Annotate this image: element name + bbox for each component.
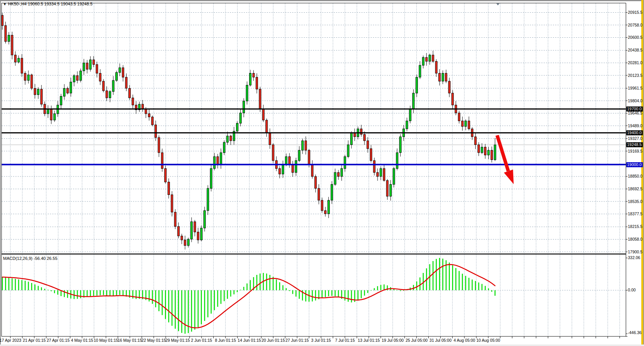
candle-up — [63, 88, 65, 96]
candle-up — [109, 91, 111, 98]
candle-up — [380, 168, 382, 176]
macd-axis-min: -446.36 — [628, 330, 642, 335]
price-axis-label: 20758.0 — [628, 23, 642, 28]
macd-histogram-bar — [367, 290, 368, 293]
macd-histogram-bar — [54, 290, 55, 293]
time-axis-label: 14 Jun 01:15 — [238, 338, 261, 343]
macd-histogram-bar — [488, 288, 489, 290]
candle-down — [40, 89, 42, 104]
price-axis-label: 20123.5 — [628, 73, 642, 78]
macd-histogram-bar — [178, 290, 179, 331]
candle-down — [93, 60, 95, 64]
candle-down — [122, 68, 124, 77]
chart-canvas[interactable] — [0, 0, 644, 346]
ohlc-low: 19043.5 — [61, 2, 76, 6]
candle-down — [452, 93, 454, 105]
candle-up — [27, 75, 29, 80]
candle-up — [90, 60, 92, 69]
macd-signal-value: 26.55 — [47, 256, 58, 261]
macd-histogram-bar — [419, 278, 421, 290]
candle-down — [383, 168, 385, 180]
candle-down — [253, 73, 255, 77]
price-axis-label: 18692.5 — [628, 186, 642, 191]
symbol-bar: ▼HK50-,H4 19060.5 19334.5 19043.5 19248.… — [3, 2, 93, 6]
candle-down — [86, 63, 88, 70]
macd-histogram-bar — [77, 290, 78, 299]
macd-histogram-bar — [38, 286, 39, 290]
macd-histogram-bar — [162, 290, 163, 315]
candle-up — [213, 156, 215, 168]
candle-up — [481, 147, 483, 153]
candle-down — [484, 147, 486, 155]
macd-histogram-bar — [28, 282, 29, 290]
time-axis-label: 20 Jun 01:15 — [261, 338, 285, 343]
candle-up — [236, 123, 238, 131]
macd-histogram-bar — [491, 290, 493, 292]
candle-down — [99, 73, 101, 82]
macd-histogram-bar — [361, 290, 362, 298]
candle-up — [240, 113, 241, 123]
candle-up — [389, 185, 391, 196]
price-axis-label: 18215.5 — [628, 224, 642, 229]
candle-up — [83, 63, 85, 71]
macd-histogram-bar — [25, 281, 26, 290]
macd-histogram-bar — [211, 290, 212, 314]
macd-axis-zero: 0.00 — [628, 288, 636, 293]
time-axis-label: 16 May 01:15 — [118, 338, 142, 343]
candle-down — [151, 117, 153, 125]
candle-up — [301, 141, 303, 150]
scroll-position-marker[interactable] — [496, 3, 499, 5]
macd-histogram-bar — [48, 290, 49, 290]
candle-down — [458, 113, 460, 121]
macd-histogram-bar — [106, 290, 107, 296]
macd-histogram-bar — [416, 281, 418, 290]
candle-down — [338, 173, 339, 176]
window-left-edge — [0, 0, 1, 346]
macd-histogram-bar — [152, 290, 153, 304]
candle-up — [419, 65, 421, 77]
candle-down — [305, 141, 307, 150]
macd-histogram-bar — [338, 290, 339, 297]
candle-up — [442, 73, 444, 82]
symbol-dropdown-icon[interactable]: ▼ — [3, 2, 7, 6]
candle-up — [429, 55, 431, 62]
time-axis-label: 8 Jun 01:15 — [215, 338, 236, 343]
macd-histogram-bar — [331, 290, 333, 296]
macd-histogram-bar — [315, 290, 316, 301]
macd-histogram-bar — [198, 290, 199, 327]
candle-down — [5, 26, 7, 42]
candle-up — [223, 142, 225, 153]
time-axis-label: 22 May 01:15 — [141, 338, 166, 343]
candle-down — [272, 145, 274, 160]
macd-histogram-bar — [15, 279, 16, 290]
macd-histogram-bar — [472, 279, 473, 290]
macd-histogram-bar — [67, 290, 68, 298]
candle-up — [465, 121, 467, 126]
candle-up — [494, 145, 496, 160]
candle-down — [478, 145, 480, 153]
candle-up — [80, 71, 82, 80]
candle-up — [396, 153, 398, 168]
macd-histogram-bar — [116, 290, 117, 295]
macd-histogram-bar — [51, 290, 52, 291]
price-axis-label: 18850.0 — [628, 174, 642, 179]
candle-down — [288, 156, 290, 165]
candle-up — [249, 73, 251, 85]
candle-up — [116, 72, 118, 80]
candle-up — [47, 109, 49, 113]
candle-down — [435, 62, 437, 73]
price-axis-label: 20600.5 — [628, 35, 642, 40]
ohlc-high: 19334.5 — [44, 2, 60, 6]
macd-histogram-bar — [132, 290, 133, 299]
candle-down — [50, 109, 52, 120]
candle-up — [328, 200, 329, 214]
time-axis-label: 19 Jul 05:00 — [382, 338, 404, 343]
candle-up — [416, 77, 418, 93]
macd-histogram-bar — [35, 284, 36, 290]
macd-histogram-bar — [299, 290, 300, 299]
candle-down — [77, 76, 78, 80]
macd-histogram-bar — [325, 290, 326, 297]
time-axis-label: 27 Jun 01:15 — [285, 338, 309, 343]
macd-histogram-bar — [270, 275, 271, 290]
macd-histogram-bar — [413, 285, 414, 290]
